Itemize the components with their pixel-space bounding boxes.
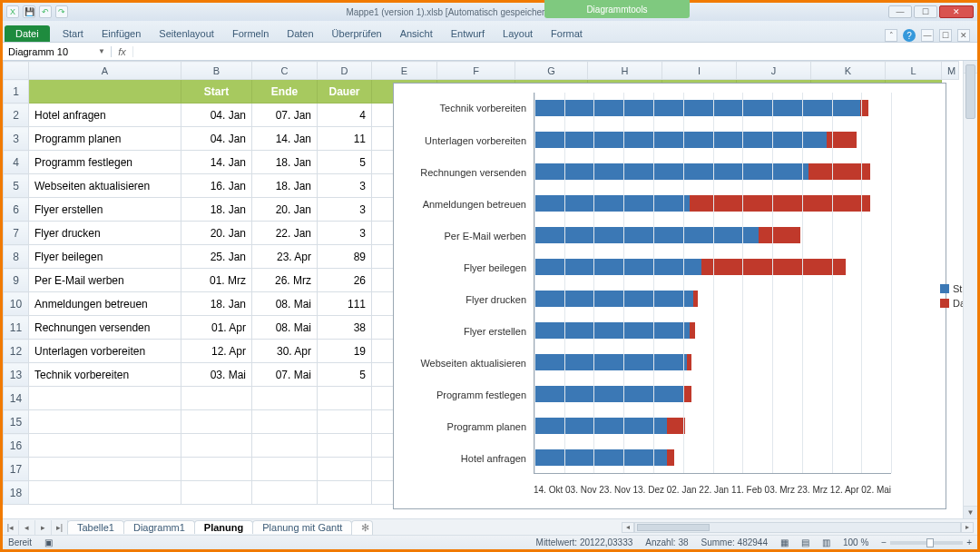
chart-bar-start[interactable] xyxy=(534,163,808,180)
row-header[interactable]: 12 xyxy=(4,340,29,363)
chart-bar-dauer[interactable] xyxy=(683,386,691,402)
tab-nav-last-icon[interactable]: ▸| xyxy=(52,520,68,535)
chart-bar-start[interactable] xyxy=(534,100,860,116)
sheet-tab-diagramm1[interactable]: Diagramm1 xyxy=(123,520,195,534)
ribbon-tab-ansicht[interactable]: Ansicht xyxy=(391,25,442,42)
row-header[interactable]: 3 xyxy=(4,127,29,151)
close-button[interactable]: ✕ xyxy=(939,5,974,18)
row-header[interactable]: 8 xyxy=(4,245,29,269)
zoom-level[interactable]: 100 % xyxy=(843,537,868,547)
tab-nav-first-icon[interactable]: |◂ xyxy=(3,520,19,535)
col-header[interactable]: C xyxy=(252,62,318,80)
chart-bar-start[interactable] xyxy=(534,132,827,148)
col-header[interactable]: M xyxy=(942,62,959,80)
row-header[interactable]: 6 xyxy=(4,198,29,222)
chart-bar-start[interactable] xyxy=(534,418,667,434)
workbook-close-icon[interactable]: ✕ xyxy=(957,29,970,42)
hscroll-right-icon[interactable]: ▸ xyxy=(961,522,974,533)
chart-bar-start[interactable] xyxy=(534,291,693,307)
chart-bar-start[interactable] xyxy=(534,227,759,243)
col-header[interactable]: B xyxy=(181,62,252,80)
hscroll-thumb[interactable] xyxy=(637,524,710,531)
workbook-minimize-icon[interactable]: — xyxy=(921,29,934,42)
chart-bar-dauer[interactable] xyxy=(690,195,869,212)
chart-bar-dauer[interactable] xyxy=(759,227,800,243)
col-header[interactable]: J xyxy=(737,62,811,80)
workbook-restore-icon[interactable]: ☐ xyxy=(939,29,952,42)
row-header[interactable]: 17 xyxy=(4,458,29,481)
col-header[interactable]: A xyxy=(29,62,181,80)
column-headers[interactable]: A B C D E F G H I J K L M xyxy=(4,62,959,80)
ribbon-tab-entwurf[interactable]: Entwurf xyxy=(442,25,494,42)
chart-bar-dauer[interactable] xyxy=(690,322,694,339)
zoom-slider[interactable] xyxy=(890,541,963,545)
row-header[interactable]: 15 xyxy=(4,410,29,434)
save-icon[interactable]: 💾 xyxy=(23,5,35,18)
view-pagebreak-icon[interactable]: ▥ xyxy=(822,537,830,547)
row-header[interactable]: 11 xyxy=(4,316,29,340)
ribbon-tab-daten[interactable]: Daten xyxy=(278,25,322,42)
chart-bar-start[interactable] xyxy=(534,259,701,275)
zoom-out-icon[interactable]: − xyxy=(881,537,887,547)
ribbon-tab-start[interactable]: Start xyxy=(54,25,93,42)
col-header[interactable]: K xyxy=(811,62,886,80)
chart-bar-start[interactable] xyxy=(534,322,690,339)
view-normal-icon[interactable]: ▦ xyxy=(780,537,789,547)
zoom-in-icon[interactable]: + xyxy=(966,537,972,547)
scroll-down-icon[interactable]: ▼ xyxy=(964,506,977,518)
excel-icon[interactable]: X xyxy=(6,5,19,18)
row-header[interactable]: 18 xyxy=(4,481,29,505)
gantt-chart[interactable]: Technik vorbereitenUnterlagen vorbereite… xyxy=(393,83,946,509)
new-sheet-icon[interactable]: ✻ xyxy=(351,520,373,535)
row-header[interactable]: 9 xyxy=(4,269,29,292)
chart-bar-dauer[interactable] xyxy=(667,449,673,466)
col-header[interactable]: E xyxy=(372,62,437,80)
col-header[interactable]: I xyxy=(662,62,737,80)
hscroll-left-icon[interactable]: ◂ xyxy=(622,522,634,533)
col-header[interactable]: H xyxy=(588,62,662,80)
name-box[interactable]: Diagramm 10 ▼ xyxy=(3,46,112,57)
ribbon-tab-format[interactable]: Format xyxy=(542,25,592,42)
file-tab[interactable]: Datei xyxy=(5,25,50,42)
ribbon-tab-einfuegen[interactable]: Einfügen xyxy=(93,25,150,42)
maximize-button[interactable]: ☐ xyxy=(914,5,937,18)
row-header[interactable]: 2 xyxy=(4,104,29,127)
chart-bar-start[interactable] xyxy=(534,195,690,212)
redo-icon[interactable]: ↷ xyxy=(55,5,68,18)
row-header[interactable]: 7 xyxy=(4,222,29,245)
ribbon-tab-layout[interactable]: Layout xyxy=(494,25,542,42)
view-pagelayout-icon[interactable]: ▤ xyxy=(801,537,809,547)
worksheet-grid[interactable]: A B C D E F G H I J K L M 1StartEndeDaue… xyxy=(3,61,963,518)
ribbon-tab-ueberpruefen[interactable]: Überprüfen xyxy=(323,25,391,42)
ribbon-tab-formeln[interactable]: Formeln xyxy=(223,25,278,42)
help-icon[interactable]: ? xyxy=(903,29,916,42)
fx-icon[interactable]: fx xyxy=(112,46,133,57)
sheet-tab-planung[interactable]: Planung xyxy=(194,520,253,534)
chart-bar-dauer[interactable] xyxy=(687,354,691,370)
horizontal-scrollbar[interactable]: ◂ ▸ xyxy=(373,522,977,533)
col-header[interactable]: F xyxy=(437,62,515,80)
chart-bar-start[interactable] xyxy=(534,354,687,370)
chart-bar-dauer[interactable] xyxy=(701,259,846,275)
minimize-button[interactable]: — xyxy=(888,5,912,18)
row-header[interactable]: 13 xyxy=(4,363,29,387)
row-header[interactable]: 10 xyxy=(4,292,29,316)
chart-bar-start[interactable] xyxy=(534,449,667,466)
ribbon-tab-seitenlayout[interactable]: Seitenlayout xyxy=(150,25,223,42)
chart-bar-start[interactable] xyxy=(534,386,683,402)
vertical-scrollbar[interactable]: ▲ ▼ xyxy=(963,61,977,518)
col-header[interactable]: G xyxy=(515,62,588,80)
row-header[interactable]: 16 xyxy=(4,434,29,458)
col-header[interactable]: D xyxy=(318,62,372,80)
row-header[interactable]: 5 xyxy=(4,174,29,198)
undo-icon[interactable]: ↶ xyxy=(39,5,52,18)
row-header[interactable]: 4 xyxy=(4,151,29,174)
tab-nav-next-icon[interactable]: ▸ xyxy=(35,520,52,535)
sheet-tab-tabelle1[interactable]: Tabelle1 xyxy=(67,520,124,534)
col-header[interactable]: L xyxy=(886,62,942,80)
chevron-down-icon[interactable]: ▼ xyxy=(98,47,105,55)
sheet-tab-planung-gantt[interactable]: Planung mit Gantt xyxy=(252,520,352,534)
tab-nav-prev-icon[interactable]: ◂ xyxy=(19,520,35,535)
ribbon-minimize-icon[interactable]: ˄ xyxy=(885,29,897,42)
chart-bar-dauer[interactable] xyxy=(693,291,698,307)
